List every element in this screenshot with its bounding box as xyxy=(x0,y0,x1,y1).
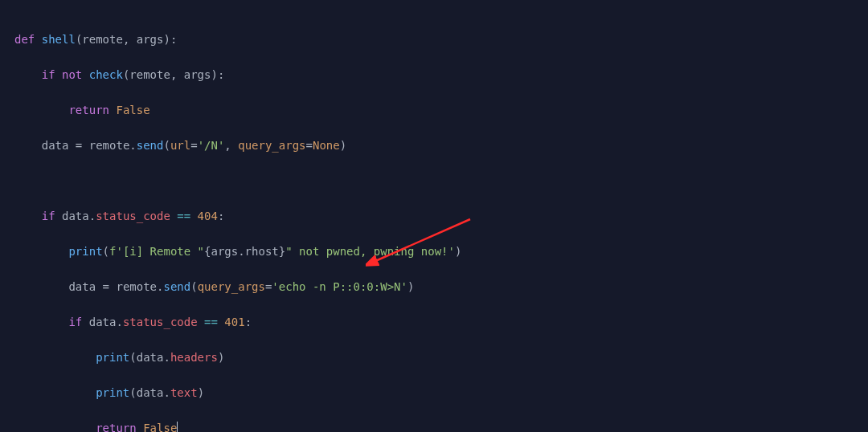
code-line: return False xyxy=(14,419,868,432)
params: (remote, args): xyxy=(76,33,177,46)
keyword-if: if xyxy=(42,68,55,81)
literal-number: 404 xyxy=(198,210,218,222)
blank-line xyxy=(14,172,868,190)
function-call: check xyxy=(89,68,123,81)
keyword-not: not xyxy=(62,68,82,81)
string: '/N' xyxy=(198,139,225,152)
code-line: def shell(remote, args): xyxy=(14,31,868,48)
code-line: if not check(remote, args): xyxy=(14,66,868,84)
code-line: return False xyxy=(14,101,868,119)
code-line: if data.status_code == 401: xyxy=(14,313,868,331)
fstring-interp: {args.rhost} xyxy=(204,245,285,258)
code-line: print(f'[i] Remote "{args.rhost}" not pw… xyxy=(14,242,868,260)
variable: data xyxy=(42,139,69,152)
keyword-return: return xyxy=(68,104,109,116)
code-line: data = remote.send(query_args='echo -n P… xyxy=(14,278,868,295)
builtin-print: print xyxy=(68,245,102,258)
code-line: data = remote.send(url='/N', query_args=… xyxy=(14,137,868,154)
kwarg-query-args: query_args xyxy=(238,139,305,152)
code-line: print(data.text) xyxy=(14,384,868,401)
literal-false: False xyxy=(116,104,149,116)
kwarg-url: url xyxy=(170,139,190,152)
code-line: if data.status_code == 404: xyxy=(14,207,868,225)
keyword-def: def xyxy=(14,33,35,46)
text-cursor xyxy=(177,422,178,432)
literal-none: None xyxy=(313,139,340,152)
args: (remote, args): xyxy=(123,68,224,81)
code-line: print(data.headers) xyxy=(14,348,868,366)
code-editor[interactable]: def shell(remote, args): if not check(re… xyxy=(0,0,868,432)
attr-headers: headers xyxy=(170,351,218,364)
function-name: shell xyxy=(42,33,76,46)
method-send: send xyxy=(137,139,164,152)
attr-status-code: status_code xyxy=(96,210,170,222)
attr-text: text xyxy=(170,386,198,399)
